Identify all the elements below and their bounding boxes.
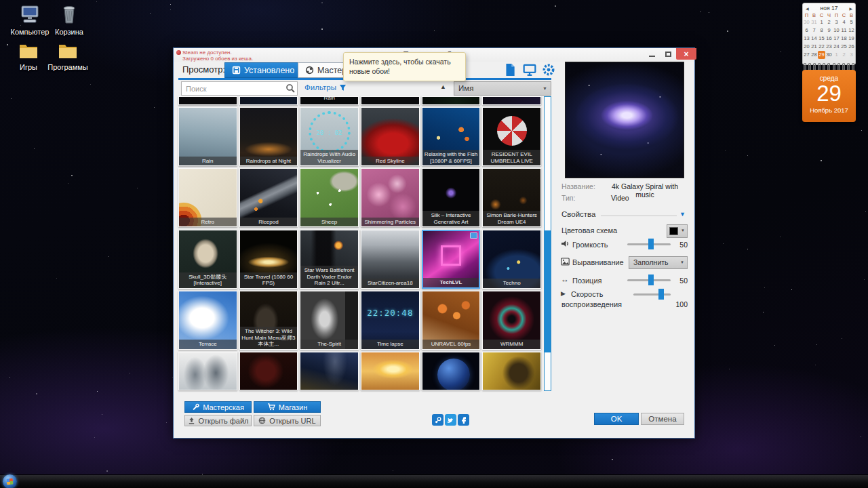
wallpaper-tile[interactable]: Techno	[482, 230, 541, 289]
wallpaper-tile[interactable]: WRMMM	[482, 291, 541, 350]
grid-scrollbar[interactable]	[544, 96, 551, 391]
desktop-icon-recycle-bin[interactable]: Корзина	[41, 4, 98, 36]
twitter-icon[interactable]	[445, 414, 456, 426]
desktop-icon-programs[interactable]: Программы	[39, 41, 96, 71]
calendar-day[interactable]: 1	[818, 18, 825, 26]
wallpaper-tile[interactable]: Sheep	[300, 168, 359, 227]
calendar-day[interactable]: 30	[825, 51, 833, 59]
maximize-button[interactable]	[660, 48, 675, 60]
wallpaper-tile[interactable]: UNRAVEL 60fps	[422, 291, 481, 350]
wallpaper-tile[interactable]: Raindrops at Night	[239, 107, 298, 166]
speed-slider[interactable]	[633, 289, 671, 300]
cancel-button[interactable]: Отмена	[641, 413, 684, 425]
position-slider-thumb[interactable]	[648, 274, 654, 285]
calendar-day[interactable]: 23	[825, 43, 833, 51]
wallpaper-tile-selected[interactable]: TechLVL	[422, 230, 481, 289]
calendar-day[interactable]: 18	[840, 35, 848, 43]
calendar-day[interactable]: 27	[803, 51, 810, 59]
calendar-day[interactable]: 14	[810, 35, 818, 43]
wallpaper-tile[interactable]	[422, 96, 481, 105]
wallpaper-tile[interactable]: 20 : 02Raindrops With Audio Vizualizer	[300, 107, 359, 166]
monitor-icon[interactable]	[523, 63, 536, 77]
calendar-day[interactable]: 15	[818, 35, 825, 43]
calendar-prev-icon[interactable]: ◀	[806, 6, 809, 11]
store-button[interactable]: Магазин	[254, 401, 321, 413]
sort-ascending-button[interactable]: ▲	[440, 83, 446, 90]
color-scheme-dropdown[interactable]: ▼	[667, 224, 688, 238]
wallpaper-tile[interactable]	[239, 96, 298, 105]
properties-collapse-icon[interactable]: ▼	[679, 211, 686, 218]
calendar-day[interactable]: 13	[803, 35, 810, 43]
facebook-icon[interactable]	[458, 414, 469, 426]
wallpaper-tile[interactable]	[482, 352, 541, 390]
file-icon[interactable]	[504, 63, 517, 77]
scrollbar-thumb[interactable]	[545, 230, 551, 352]
calendar-day[interactable]: 21	[810, 43, 818, 51]
calendar-day[interactable]: 16	[825, 35, 833, 43]
calendar-day[interactable]: 3	[833, 18, 840, 26]
wallpaper-tile[interactable]	[361, 352, 420, 390]
sort-by-dropdown[interactable]: Имя ▼	[454, 81, 551, 96]
wallpaper-tile[interactable]: Simon Barle-Hunters Dream UE4	[482, 168, 541, 227]
calendar-day[interactable]: 10	[833, 26, 840, 35]
calendar-day[interactable]: 30	[803, 18, 810, 26]
calendar-day[interactable]: 22	[818, 43, 825, 51]
close-button[interactable]: ×	[676, 48, 696, 60]
workshop-button[interactable]: Мастерская	[184, 401, 252, 413]
tab-installed[interactable]: Установлено	[224, 62, 302, 78]
wallpaper-tile[interactable]: Rain	[300, 96, 359, 105]
calendar-day[interactable]: 26	[848, 43, 855, 51]
wallpaper-tile[interactable]: The Witcher 3: Wild Hunt Main Menu巫师3本体主…	[239, 291, 298, 350]
calendar-day[interactable]: 31	[810, 18, 818, 26]
wallpaper-tile[interactable]: Star Travel (1080 60 FPS)	[239, 230, 298, 289]
steam-social-icon[interactable]	[432, 414, 443, 426]
wallpaper-tile[interactable]: Red Skyline	[361, 107, 420, 166]
wallpaper-tile[interactable]: Ricepod	[239, 168, 298, 227]
wallpaper-tile[interactable]: 22:20:48Time lapse	[361, 291, 420, 350]
calendar-day[interactable]: 4	[840, 18, 848, 26]
calendar-next-icon[interactable]: ▶	[849, 6, 852, 11]
calendar-day[interactable]: 28	[810, 51, 818, 59]
speed-slider-thumb[interactable]	[658, 289, 664, 300]
calendar-day[interactable]: 2	[825, 18, 833, 26]
wallpaper-tile[interactable]: The-Spirit	[300, 291, 359, 350]
calendar-day[interactable]: 1	[833, 51, 840, 59]
wallpaper-tile[interactable]: Relaxing with the Fish [1080P & 60FPS]	[422, 107, 481, 166]
calendar-day[interactable]: 5	[848, 18, 855, 26]
calendar-day[interactable]: 7	[810, 26, 818, 35]
wallpaper-tile[interactable]	[178, 96, 237, 105]
filters-link[interactable]: Фильтры	[304, 83, 347, 92]
wallpaper-tile[interactable]: RESIDENT EVIL UMBRELLA LIVE	[482, 107, 541, 166]
calendar-day[interactable]: 20	[803, 43, 810, 51]
wallpaper-tile[interactable]	[300, 352, 359, 390]
wallpaper-tile[interactable]: Rain	[178, 107, 237, 166]
alignment-dropdown[interactable]: Заполнить ▼	[629, 256, 688, 269]
wallpaper-tile[interactable]	[239, 352, 298, 390]
calendar-day[interactable]: 19	[848, 35, 855, 43]
wallpaper-tile[interactable]	[361, 96, 420, 105]
calendar-day[interactable]: 17	[833, 35, 840, 43]
calendar-day[interactable]: 2	[840, 51, 848, 59]
ok-button[interactable]: OK	[594, 413, 639, 425]
calendar-day[interactable]: 25	[840, 43, 848, 51]
wallpaper-tile[interactable]	[422, 352, 481, 390]
start-button[interactable]	[3, 474, 17, 488]
open-file-button[interactable]: Открыть файл	[184, 415, 252, 426]
wallpaper-tile[interactable]: Skull_3D骷髅头 [Interactive]	[178, 230, 237, 289]
volume-slider-thumb[interactable]	[648, 239, 654, 249]
calendar-day[interactable]: 9	[825, 26, 833, 35]
wallpaper-tile[interactable]: Silk – Interactive Generative Art	[422, 168, 481, 227]
wallpaper-tile[interactable]	[482, 96, 541, 105]
wallpaper-tile[interactable]: Star Wars Battlefront Darth Vader Endor …	[300, 230, 359, 289]
volume-slider[interactable]	[627, 239, 671, 249]
wallpaper-tile[interactable]	[178, 352, 237, 390]
calendar-day-selected[interactable]: 29	[818, 51, 825, 59]
calendar-day[interactable]: 12	[848, 26, 855, 35]
wallpaper-tile[interactable]: StarCitizen-area18	[361, 230, 420, 289]
minimize-button[interactable]	[644, 48, 659, 60]
gear-icon[interactable]	[542, 63, 555, 77]
search-input[interactable]	[181, 81, 298, 96]
position-slider[interactable]	[627, 274, 671, 285]
calendar-day[interactable]: 3	[848, 51, 855, 59]
calendar-day[interactable]: 11	[840, 26, 848, 35]
